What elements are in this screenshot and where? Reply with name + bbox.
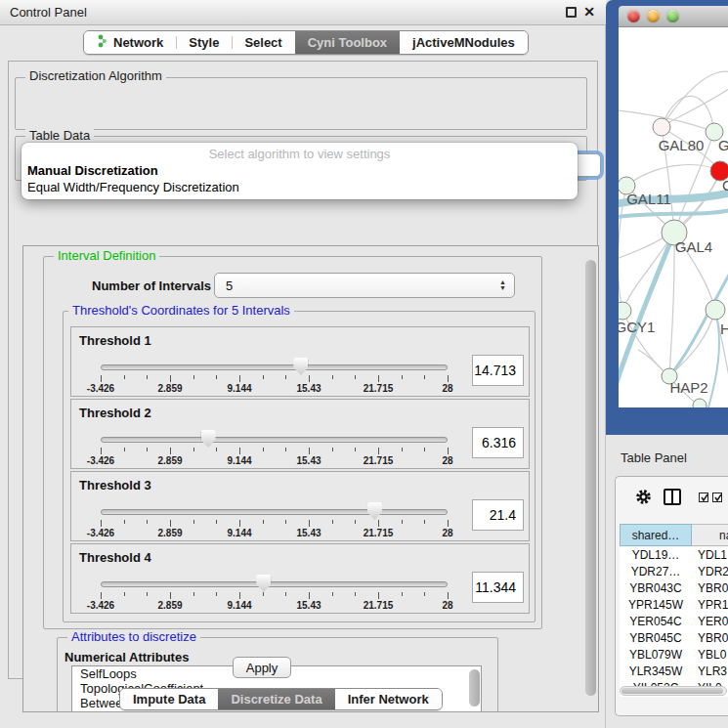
table-row[interactable]: YBL079WYBL0 (620, 647, 728, 664)
slider-tick (124, 520, 125, 524)
slider-tick-label: 9.144 (212, 383, 267, 394)
slider-tick (309, 520, 310, 527)
threshold-value-field[interactable] (472, 499, 524, 531)
slider-track[interactable] (101, 437, 448, 443)
number-of-intervals-combobox[interactable]: 5 ▲▼ (214, 273, 515, 298)
slider-track[interactable] (101, 364, 448, 370)
tab-network[interactable]: Network (84, 31, 176, 54)
slider-tick (170, 520, 171, 527)
table-row[interactable]: YPR145WYPR1 (620, 597, 728, 614)
slider-tick (285, 520, 286, 524)
slider-thumb[interactable] (256, 575, 271, 592)
tab-jactivemnodules[interactable]: jActiveMNodules (400, 31, 528, 54)
slider-tick (216, 520, 217, 524)
mac-zoom-icon[interactable] (666, 10, 679, 22)
slider-tick-label: 21.715 (351, 383, 406, 394)
close-icon[interactable]: ✕ (583, 4, 595, 20)
network-node-label: GCY1 (619, 319, 655, 335)
slider-tick (448, 592, 449, 599)
network-node[interactable] (693, 399, 707, 407)
slider-tick (216, 592, 217, 596)
dropdown-item-manual-discretization[interactable]: Manual Discretization (27, 163, 158, 178)
network-edge[interactable] (662, 84, 728, 127)
list-scrollbar-thumb[interactable] (469, 669, 480, 707)
slider-tick-label: 2.859 (143, 528, 197, 538)
table-row[interactable]: YER054CYER0 (620, 614, 728, 630)
network-edge[interactable] (626, 165, 720, 186)
network-node-h[interactable] (706, 300, 725, 320)
settings-scrollpane: Interval Definition Number of Intervals … (22, 245, 599, 712)
interval-definition-legend: Interval Definition (54, 249, 159, 263)
attributes-legend: Attributes to discretize (67, 630, 200, 644)
table-data-legend: Table Data (25, 129, 94, 143)
threshold-value-field[interactable] (472, 572, 524, 603)
slider-tick-label: 15.43 (281, 600, 336, 611)
column-header-shared-name[interactable]: shared… (620, 524, 692, 546)
bottom-tab-impute-data[interactable]: Impute Data (120, 689, 218, 709)
threshold-label: Threshold 3 (79, 478, 151, 492)
slider-tick (147, 375, 148, 379)
cell-name: YER0 (698, 615, 728, 628)
slider-tick (216, 375, 217, 379)
tab-select[interactable]: Select (232, 31, 294, 54)
column-header-name[interactable]: na (692, 524, 728, 546)
table-row[interactable]: YBR043CYBR0 (620, 580, 728, 597)
network-graph-icon (97, 34, 108, 51)
settings-scrollbar-thumb[interactable] (585, 260, 596, 696)
threshold-value-field[interactable] (472, 427, 524, 458)
discretization-algorithm-group: Discretization Algorithm (15, 77, 587, 130)
split-columns-icon[interactable] (664, 489, 681, 505)
tab-style[interactable]: Style (176, 31, 232, 54)
table-hscrollbar[interactable] (620, 686, 727, 696)
table-hscrollbar-thumb[interactable] (621, 688, 723, 694)
mac-close-icon[interactable] (627, 10, 640, 22)
bottom-tab-discretize-data[interactable]: Discretize Data (218, 689, 334, 709)
slider-tick (332, 375, 333, 379)
threshold-panel: Threshold 3-3.4262.8599.14415.4321.71528 (70, 471, 530, 541)
slider-thumb[interactable] (367, 502, 382, 520)
slider-tick (285, 592, 286, 596)
slider-tick-label: 28 (420, 528, 475, 538)
dropdown-item-equal-width-frequency[interactable]: Equal Width/Frequency Discretization (27, 180, 239, 194)
slider-tick-label: 21.715 (351, 528, 406, 538)
dropdown-placeholder-item[interactable]: Select algorithm to view settings (21, 147, 578, 161)
checkbox-icon[interactable] (699, 492, 708, 502)
slider-tick (424, 520, 425, 524)
network-edge[interactable] (669, 233, 674, 376)
slider-tick-label: 21.715 (351, 600, 406, 611)
slider-track[interactable] (101, 509, 448, 515)
slider-thumb[interactable] (201, 430, 216, 448)
cell-shared-name: YLR345W (620, 664, 692, 678)
table-row[interactable]: YDL19…YDL1 (620, 547, 728, 564)
bottom-tab-infer-network[interactable]: Infer Network (335, 689, 442, 709)
slider-tick-label: 28 (420, 455, 475, 466)
slider-track[interactable] (101, 581, 448, 587)
slider-tick (378, 592, 379, 599)
table-row[interactable]: YBR045CYBR0 (620, 630, 728, 647)
apply-button[interactable]: Apply (233, 657, 291, 678)
network-canvas[interactable]: GAL80GACGAL11GAL4GCY1HHAP2 (619, 27, 728, 407)
tab-cyni-toolbox[interactable]: Cyni Toolbox (295, 31, 400, 54)
network-node[interactable] (653, 118, 670, 136)
cell-name: YBL0 (698, 648, 726, 662)
checkbox-icon[interactable] (712, 492, 722, 502)
cell-shared-name: YPR145W (620, 598, 692, 612)
threshold-value-field[interactable] (472, 355, 524, 386)
network-node-gcy1[interactable] (619, 302, 631, 320)
network-window-titlebar[interactable] (619, 6, 728, 27)
mac-minimize-icon[interactable] (647, 10, 660, 22)
tab-label: Cyni Toolbox (308, 35, 387, 50)
cell-shared-name: YBR043C (620, 581, 692, 595)
slider-tick (332, 520, 333, 524)
slider-tick-label: -3.426 (73, 455, 128, 466)
float-window-icon[interactable] (566, 7, 577, 18)
slider-tick (285, 448, 286, 451)
slider-tick (424, 375, 425, 379)
table-row[interactable]: YDR27…YDR2 (620, 564, 728, 580)
slider-tick (402, 375, 403, 379)
gear-icon[interactable] (634, 488, 653, 506)
slider-thumb[interactable] (293, 358, 308, 375)
slider-tick (193, 375, 194, 379)
table-row[interactable]: YLR345WYLR3 (620, 664, 728, 680)
tab-label: Network (113, 35, 163, 50)
